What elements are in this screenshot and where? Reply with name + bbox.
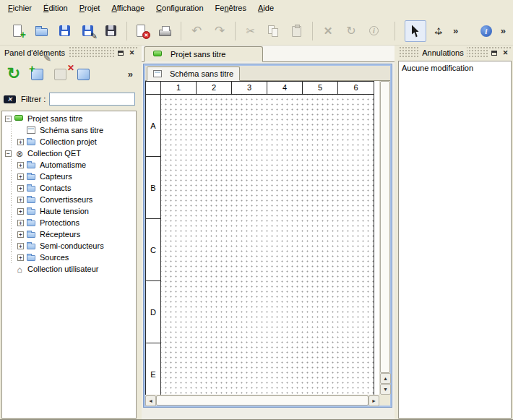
scroll-up-button[interactable] <box>380 373 391 384</box>
tree-item-label: Récepteurs <box>40 230 83 239</box>
cut-icon <box>243 23 259 39</box>
tree-item-recepteurs[interactable]: +Récepteurs <box>2 228 136 240</box>
horizontal-scrollbar-thumb[interactable] <box>156 395 368 406</box>
tree-item-sources[interactable]: +Sources <box>2 252 136 263</box>
save-all-button[interactable] <box>100 20 122 42</box>
reload-collections-icon <box>5 65 22 82</box>
tree-expander-plus-icon[interactable]: + <box>17 220 24 226</box>
tree-expander-plus-icon[interactable]: + <box>17 231 24 238</box>
new-element-button[interactable] <box>26 63 48 85</box>
vertical-scrollbar-thumb[interactable] <box>380 81 390 373</box>
folder-icon <box>27 207 37 215</box>
move-mode-button[interactable] <box>428 20 449 42</box>
redo-button[interactable] <box>209 20 230 42</box>
object-info-button[interactable] <box>363 20 385 42</box>
filter-input[interactable] <box>49 93 135 106</box>
tree-expander-minus-icon[interactable]: − <box>5 150 12 157</box>
tree-item-projet-sans-titre[interactable]: −Projet sans titre <box>2 113 136 124</box>
tree-item-convertisseurs[interactable]: +Convertisseurs <box>2 194 136 205</box>
scroll-right-button[interactable] <box>368 395 379 406</box>
tree-indent <box>5 240 17 252</box>
undo-list: Aucune modification <box>398 61 512 419</box>
tree-expander-plus-icon[interactable]: + <box>17 139 24 145</box>
tree-item-collection-projet[interactable]: +Collection projet <box>2 136 136 147</box>
elements-panel-header: Panel d'éléments <box>1 47 137 59</box>
copy-button[interactable] <box>263 20 285 42</box>
tree-item-collection-qet[interactable]: −Collection QET <box>2 147 136 159</box>
tree-expander-plus-icon[interactable]: + <box>17 208 24 215</box>
tree-item-contacts[interactable]: +Contacts <box>2 182 136 194</box>
undo-button[interactable] <box>186 20 207 42</box>
scroll-down-button[interactable] <box>380 384 391 395</box>
tree-item-haute-tension[interactable]: +Haute tension <box>2 205 136 217</box>
new-file-button[interactable] <box>8 20 30 42</box>
tree-expander-minus-icon[interactable]: − <box>5 116 12 122</box>
schematic-sheet[interactable]: 123456 ABCDE <box>145 81 374 395</box>
vertical-scrollbar[interactable] <box>379 81 390 395</box>
folder-icon <box>27 254 37 262</box>
menu-aide[interactable]: Aide <box>252 0 280 17</box>
menu-projet[interactable]: Projet <box>74 0 106 17</box>
open-file-icon <box>34 23 50 39</box>
clear-filter-icon <box>4 95 16 103</box>
menu-edition[interactable]: Édition <box>38 0 74 17</box>
scrollbar-corner <box>379 395 390 406</box>
select-arrow-button[interactable] <box>405 20 426 42</box>
save-button[interactable] <box>54 20 76 42</box>
reload-collections-button[interactable] <box>3 63 25 85</box>
paste-button[interactable] <box>286 20 308 42</box>
tree-expander-plus-icon[interactable]: + <box>17 173 24 180</box>
schematic-viewport: 123456 ABCDE <box>145 81 379 395</box>
delete-element-button[interactable] <box>72 63 94 85</box>
undo-panel-float-button[interactable] <box>488 48 499 58</box>
tree-item-automatisme[interactable]: +Automatisme <box>2 159 136 171</box>
close-file-button[interactable] <box>132 20 153 42</box>
horizontal-scrollbar[interactable] <box>145 395 379 406</box>
new-file-icon <box>11 23 27 39</box>
rotate-button[interactable] <box>340 20 362 42</box>
ruler-rows: ABCDE <box>146 95 161 395</box>
tree-item-schema-sans-titre[interactable]: Schéma sans titre <box>2 124 136 136</box>
dock-grip[interactable] <box>398 47 419 59</box>
menu-fichier[interactable]: Fichier <box>2 0 38 17</box>
main-toolbar: »» <box>0 17 513 46</box>
menu-affichage[interactable]: Affichage <box>105 0 150 17</box>
elements-panel-close-button[interactable] <box>126 48 137 58</box>
toolbar-overflow-chevron[interactable]: » <box>450 25 461 36</box>
clear-filter-button[interactable] <box>3 94 17 105</box>
dock-grip[interactable] <box>68 47 114 59</box>
tree-item-capteurs[interactable]: +Capteurs <box>2 171 136 182</box>
about-info-icon <box>478 23 494 39</box>
tree-expander-plus-icon[interactable]: + <box>17 197 24 203</box>
tree-expander-plus-icon[interactable]: + <box>17 162 24 168</box>
menu-fenetres[interactable]: Fenêtres <box>210 0 252 17</box>
menu-configuration[interactable]: Configuration <box>150 0 209 17</box>
qet-collection-icon <box>14 150 25 158</box>
schema-subwindow: Schéma sans titre 123456 ABCDE <box>144 64 392 407</box>
undo-panel-close-button[interactable] <box>500 48 511 58</box>
tree-item-protections[interactable]: +Protections <box>2 217 136 228</box>
print-button[interactable] <box>155 20 176 42</box>
save-all-icon <box>103 23 119 39</box>
open-file-button[interactable] <box>31 20 53 42</box>
tab-project[interactable]: Projet sans titre <box>144 46 263 62</box>
tree-expander-plus-icon[interactable]: + <box>17 185 24 192</box>
tree-item-semi-conducteurs[interactable]: +Semi-conducteurs <box>2 240 136 252</box>
dock-grip[interactable] <box>467 47 488 59</box>
close-icon <box>503 48 509 58</box>
tree-item-label: Convertisseurs <box>40 195 95 204</box>
scroll-left-button[interactable] <box>145 395 156 406</box>
elements-toolbar-overflow-chevron[interactable]: » <box>125 69 136 80</box>
elements-panel-float-button[interactable] <box>115 48 126 58</box>
tree-expander-plus-icon[interactable]: + <box>17 254 24 261</box>
tree-item-collection-utilisateur[interactable]: Collection utilisateur <box>2 263 136 275</box>
delete-icon <box>320 23 336 39</box>
delete-button[interactable] <box>317 20 339 42</box>
tab-schema[interactable]: Schéma sans titre <box>147 67 240 81</box>
tree-expander-plus-icon[interactable]: + <box>17 243 24 249</box>
save-as-button[interactable] <box>77 20 99 42</box>
about-info-button[interactable] <box>475 20 497 42</box>
cut-button[interactable] <box>240 20 262 42</box>
toolbar-right-overflow-chevron[interactable]: » <box>498 25 509 36</box>
schematic-canvas[interactable] <box>161 95 374 395</box>
